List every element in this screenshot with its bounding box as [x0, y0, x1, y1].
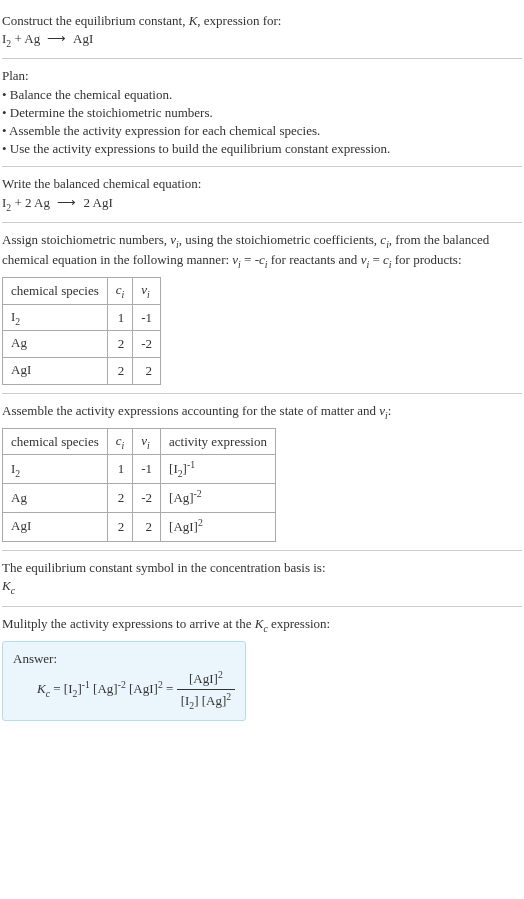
c-cell: 2	[107, 331, 133, 358]
activity-cell: [I2]-1	[161, 455, 276, 484]
c-cell: 2	[107, 484, 133, 513]
species-cell: AgI	[3, 358, 108, 385]
table-row: Ag 2 -2 [Ag]-2	[3, 484, 276, 513]
th-nu: νi	[133, 428, 161, 455]
fraction-numerator: [AgI]2	[177, 668, 236, 690]
activity-cell: [AgI]2	[161, 513, 276, 542]
plan-bullet-1: • Balance the chemical equation.	[2, 86, 522, 104]
balanced-section: Write the balanced chemical equation: I2…	[2, 167, 522, 222]
plan-bullet-2: • Determine the stoichiometric numbers.	[2, 104, 522, 122]
nu-cell: -2	[133, 484, 161, 513]
stoich-section: Assign stoichiometric numbers, νi, using…	[2, 223, 522, 394]
unbalanced-equation: I2 + Ag ⟶ AgI	[2, 30, 522, 50]
nu-cell: -2	[133, 331, 161, 358]
balanced-equation: I2 + 2 Ag ⟶ 2 AgI	[2, 194, 522, 214]
reaction-arrow-icon: ⟶	[57, 194, 76, 212]
reaction-arrow-icon: ⟶	[47, 30, 66, 48]
c-cell: 2	[107, 358, 133, 385]
plus-ag: + Ag	[11, 31, 43, 46]
bal-rhs: 2 AgI	[80, 195, 113, 210]
answer-label: Answer:	[13, 650, 235, 668]
fraction: [AgI]2[I2] [Ag]2	[177, 668, 236, 712]
activity-table: chemical species ci νi activity expressi…	[2, 428, 276, 542]
species-cell: Ag	[3, 484, 108, 513]
species-cell: Ag	[3, 331, 108, 358]
species-cell: I2	[3, 304, 108, 331]
problem-statement: Construct the equilibrium constant, K, e…	[2, 4, 522, 59]
rel1-eq: = -	[241, 252, 259, 267]
th-c: ci	[107, 278, 133, 305]
table-header-row: chemical species ci νi	[3, 278, 161, 305]
bal-rest: + 2 Ag	[11, 195, 53, 210]
species-cell: I2	[3, 455, 108, 484]
c-cell: 1	[107, 304, 133, 331]
stoich-intro-a: Assign stoichiometric numbers,	[2, 232, 170, 247]
th-nu: νi	[133, 278, 161, 305]
kc-symbol-section: The equilibrium constant symbol in the c…	[2, 551, 522, 606]
answer-expression: Kc = [I2]-1 [Ag]-2 [AgI]2 = [AgI]2[I2] […	[13, 668, 235, 712]
plan-bullet-3: • Assemble the activity expression for e…	[2, 122, 522, 140]
th-species: chemical species	[3, 278, 108, 305]
kc-symbol: Kc	[2, 577, 522, 597]
table-row: I2 1 -1	[3, 304, 161, 331]
species-cell: AgI	[3, 513, 108, 542]
table-header-row: chemical species ci νi activity expressi…	[3, 428, 276, 455]
c-cell: 1	[107, 455, 133, 484]
intro-after: , expression for:	[197, 13, 281, 28]
balanced-intro: Write the balanced chemical equation:	[2, 175, 522, 193]
problem-text: Construct the equilibrium constant, K, e…	[2, 12, 522, 30]
stoich-intro-b: , using the stoichiometric coefficients,	[179, 232, 381, 247]
c-cell: 2	[107, 513, 133, 542]
nu-cell: -1	[133, 304, 161, 331]
rel1-after: for reactants and	[268, 252, 361, 267]
answer-section: Mulitply the activity expressions to arr…	[2, 607, 522, 730]
intro-text: Construct the equilibrium constant,	[2, 13, 189, 28]
activity-intro: Assemble the activity expressions accoun…	[2, 402, 522, 422]
table-row: AgI 2 2	[3, 358, 161, 385]
activity-intro-b: :	[388, 403, 392, 418]
th-c: ci	[107, 428, 133, 455]
table-row: Ag 2 -2	[3, 331, 161, 358]
rel2-eq: =	[369, 252, 383, 267]
multiply-intro: Mulitply the activity expressions to arr…	[2, 615, 522, 635]
stoich-table: chemical species ci νi I2 1 -1 Ag 2 -2 A…	[2, 277, 161, 384]
plan-title: Plan:	[2, 67, 522, 85]
activity-cell: [Ag]-2	[161, 484, 276, 513]
nu-cell: 2	[133, 358, 161, 385]
stoich-intro: Assign stoichiometric numbers, νi, using…	[2, 231, 522, 271]
rel2-after: for products:	[391, 252, 461, 267]
fraction-denominator: [I2] [Ag]2	[177, 690, 236, 713]
th-species: chemical species	[3, 428, 108, 455]
nu-cell: -1	[133, 455, 161, 484]
plan-bullet-4: • Use the activity expressions to build …	[2, 140, 522, 158]
activity-intro-a: Assemble the activity expressions accoun…	[2, 403, 379, 418]
answer-box: Answer: Kc = [I2]-1 [Ag]-2 [AgI]2 = [AgI…	[2, 641, 246, 721]
nu-cell: 2	[133, 513, 161, 542]
rhs: AgI	[70, 31, 93, 46]
kc-intro: The equilibrium constant symbol in the c…	[2, 559, 522, 577]
table-row: AgI 2 2 [AgI]2	[3, 513, 276, 542]
table-row: I2 1 -1 [I2]-1	[3, 455, 276, 484]
plan-section: Plan: • Balance the chemical equation. •…	[2, 59, 522, 167]
th-activity: activity expression	[161, 428, 276, 455]
activity-section: Assemble the activity expressions accoun…	[2, 394, 522, 552]
